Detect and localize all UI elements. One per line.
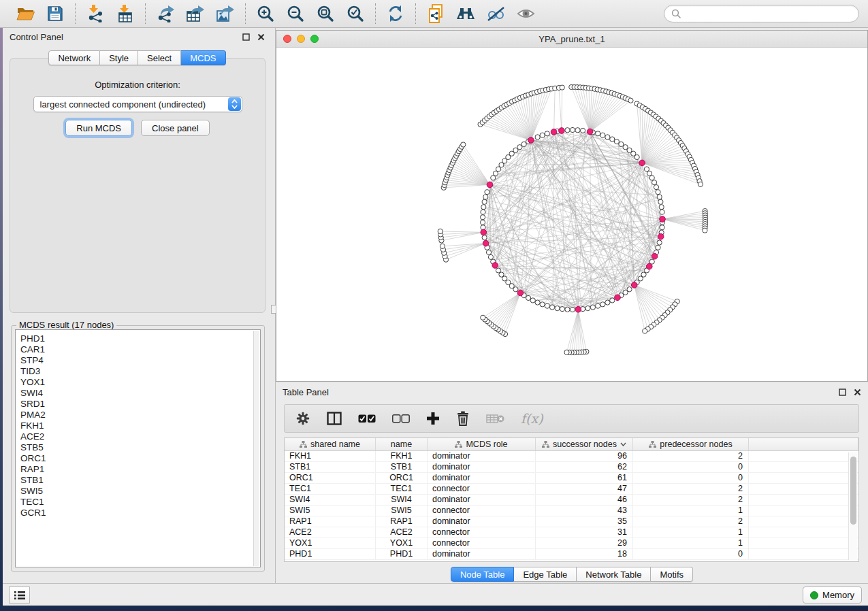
open-session-button[interactable] xyxy=(14,3,36,24)
network-node[interactable] xyxy=(560,85,564,90)
table-cell[interactable]: dominator xyxy=(428,516,536,527)
zoom-in-button[interactable] xyxy=(255,3,276,24)
network-node[interactable] xyxy=(496,268,500,273)
network-node[interactable] xyxy=(485,190,489,195)
table-cell[interactable]: 0 xyxy=(633,462,749,472)
network-node[interactable] xyxy=(482,199,487,204)
mcds-result-item[interactable]: CAR1 xyxy=(20,344,260,355)
mcds-hub-node[interactable] xyxy=(559,128,565,134)
network-node[interactable] xyxy=(600,302,605,307)
hide-graphics-details-button[interactable] xyxy=(485,3,507,24)
mcds-result-list[interactable]: PHD1CAR1STP4TID3YOX1SWI4SRD1PMA2FKH1ACE2… xyxy=(15,329,261,567)
network-node[interactable] xyxy=(521,142,526,146)
column-header-successor-nodes[interactable]: successor nodes xyxy=(536,438,633,450)
table-row[interactable]: TEC1TEC1connector472 xyxy=(285,484,858,495)
export-image-button[interactable] xyxy=(214,3,236,24)
network-node[interactable] xyxy=(481,210,485,214)
mcds-hub-node[interactable] xyxy=(631,282,637,288)
network-node[interactable] xyxy=(481,315,485,320)
table-cell[interactable]: ORC1 xyxy=(376,473,428,483)
table-cell[interactable]: connector xyxy=(428,538,536,548)
table-cell[interactable]: ORC1 xyxy=(285,473,376,483)
table-cell[interactable]: PHD1 xyxy=(376,549,428,559)
mcds-hub-node[interactable] xyxy=(660,216,666,222)
table-cell[interactable]: 31 xyxy=(536,527,633,538)
network-node[interactable] xyxy=(643,329,647,333)
network-node[interactable] xyxy=(488,254,493,259)
network-node[interactable] xyxy=(660,225,664,230)
table-cell[interactable]: 2 xyxy=(633,516,749,527)
tab-style[interactable]: Style xyxy=(100,50,138,65)
network-node[interactable] xyxy=(585,306,590,310)
column-header-MCDS-role[interactable]: MCDS role xyxy=(428,438,536,450)
network-node[interactable] xyxy=(628,98,633,103)
mcds-result-item[interactable]: YOX1 xyxy=(20,377,260,388)
mcds-result-item[interactable]: SWI5 xyxy=(20,486,260,497)
network-node[interactable] xyxy=(596,131,600,136)
network-node[interactable] xyxy=(555,306,560,310)
network-node[interactable] xyxy=(565,128,570,133)
table-row[interactable]: SWI5SWI5connector431 xyxy=(285,506,858,516)
table-cell[interactable]: TEC1 xyxy=(376,484,428,494)
node-table[interactable]: shared namenameMCDS rolesuccessor nodesp… xyxy=(284,437,859,562)
mcds-result-item[interactable]: TID3 xyxy=(20,366,260,377)
mcds-hub-node[interactable] xyxy=(652,253,658,259)
mcds-hub-node[interactable] xyxy=(517,290,524,296)
mcds-hub-node[interactable] xyxy=(575,306,581,312)
network-node[interactable] xyxy=(614,139,619,144)
column-header-name[interactable]: name xyxy=(376,438,428,450)
fit-selected-button[interactable] xyxy=(344,3,366,24)
network-node[interactable] xyxy=(461,142,466,147)
network-node[interactable] xyxy=(482,235,487,240)
table-cell[interactable]: 46 xyxy=(536,495,633,505)
network-node[interactable] xyxy=(605,135,610,139)
mcds-hub-node[interactable] xyxy=(528,137,534,144)
table-cell[interactable]: SWI5 xyxy=(376,506,428,516)
run-mcds-button[interactable]: Run MCDS xyxy=(65,120,132,136)
table-cell[interactable]: 96 xyxy=(536,451,633,461)
network-node[interactable] xyxy=(605,300,610,305)
table-cell[interactable]: FKH1 xyxy=(285,451,376,461)
table-cell[interactable]: 61 xyxy=(536,473,633,483)
network-node[interactable] xyxy=(560,307,564,312)
import-table-button[interactable] xyxy=(114,3,136,24)
network-node[interactable] xyxy=(535,135,540,139)
table-cell[interactable]: YOX1 xyxy=(376,538,428,548)
table-row[interactable]: ACE2ACE2connector311 xyxy=(285,527,858,538)
mcds-result-item[interactable]: ACE2 xyxy=(20,431,260,442)
table-cell[interactable]: connector xyxy=(428,527,536,538)
mcds-result-item[interactable]: RAP1 xyxy=(20,464,260,475)
column-header-shared-name[interactable]: shared name xyxy=(285,438,376,450)
table-cell[interactable]: dominator xyxy=(428,495,536,505)
mcds-hub-node[interactable] xyxy=(481,229,487,235)
network-node[interactable] xyxy=(550,305,555,310)
table-cell[interactable]: SWI5 xyxy=(285,506,376,516)
delete-columns-button[interactable] xyxy=(456,408,470,429)
fit-content-button[interactable] xyxy=(315,3,336,24)
column-header-predecessor-nodes[interactable]: predecessor nodes xyxy=(633,438,749,450)
mcds-result-item[interactable]: STB5 xyxy=(20,442,260,453)
table-cell[interactable]: 0 xyxy=(633,549,749,559)
network-node[interactable] xyxy=(483,195,488,199)
mcds-hub-node[interactable] xyxy=(551,129,557,135)
network-node[interactable] xyxy=(481,205,486,210)
mcds-hub-node[interactable] xyxy=(492,263,498,269)
clone-network-button[interactable] xyxy=(425,3,447,24)
network-node[interactable] xyxy=(570,307,575,312)
table-row[interactable]: PHD1PHD1dominator180 xyxy=(285,549,858,560)
table-cell[interactable]: 43 xyxy=(536,506,633,516)
network-graph[interactable] xyxy=(276,48,867,381)
optimization-criterion-select[interactable]: largest connected component (undirected) xyxy=(33,96,242,112)
table-scrollbar[interactable] xyxy=(848,452,857,560)
mcds-result-item[interactable]: PHD1 xyxy=(20,333,260,344)
mcds-result-item[interactable]: FKH1 xyxy=(20,420,260,431)
float-panel-icon[interactable] xyxy=(242,33,250,41)
export-network-button[interactable] xyxy=(155,3,176,24)
network-search-field[interactable] xyxy=(664,5,859,22)
network-node[interactable] xyxy=(575,128,580,133)
network-node[interactable] xyxy=(480,220,485,225)
network-node[interactable] xyxy=(526,295,530,300)
mcds-hub-node[interactable] xyxy=(587,129,593,135)
mcds-hub-node[interactable] xyxy=(487,182,493,188)
mcds-hub-node[interactable] xyxy=(615,295,621,301)
